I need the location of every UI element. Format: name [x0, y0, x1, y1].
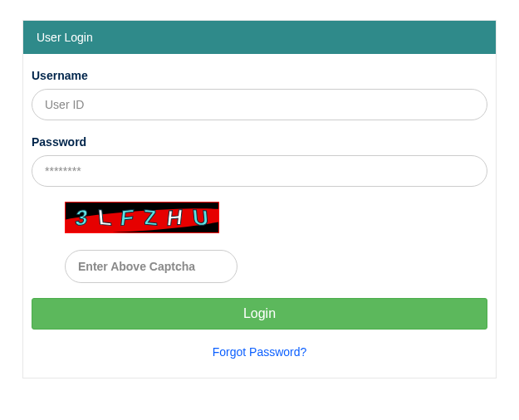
captcha-char: Z [143, 206, 158, 228]
forgot-password-container: Forgot Password? [32, 344, 487, 359]
forgot-password-link[interactable]: Forgot Password? [213, 345, 307, 359]
panel-body: Username Password 3 L F Z H U Login [23, 54, 496, 378]
password-group: Password [32, 135, 487, 187]
captcha-char: F [120, 206, 135, 229]
panel-title: User Login [23, 21, 496, 54]
password-input[interactable] [32, 155, 487, 187]
captcha-image: 3 L F Z H U [65, 202, 219, 233]
captcha-input[interactable] [65, 250, 237, 283]
captcha-region: 3 L F Z H U [65, 202, 487, 283]
username-input[interactable] [32, 89, 487, 120]
login-panel: User Login Username Password 3 L F Z H U [22, 20, 497, 378]
username-label: Username [32, 69, 487, 82]
captcha-char: U [192, 206, 209, 229]
captcha-char: L [96, 206, 111, 228]
captcha-letters: 3 L F Z H U [66, 203, 218, 232]
captcha-char: 3 [75, 206, 89, 228]
username-group: Username [32, 69, 487, 120]
password-label: Password [32, 135, 487, 149]
login-button[interactable]: Login [32, 298, 487, 330]
captcha-char: H [166, 206, 184, 229]
